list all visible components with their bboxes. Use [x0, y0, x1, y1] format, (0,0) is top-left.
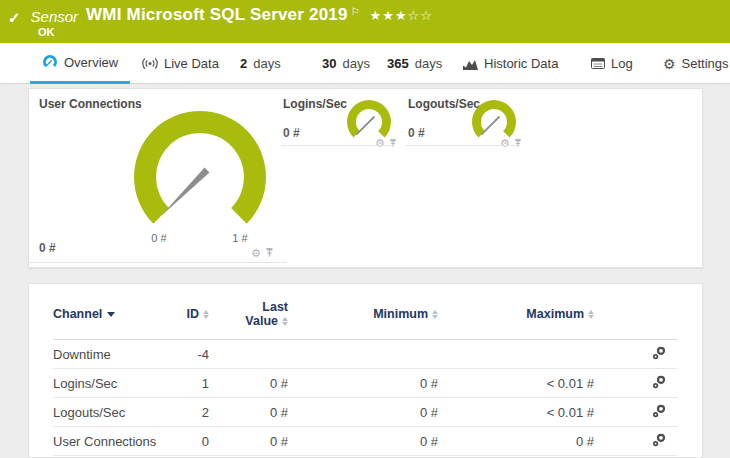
- channel-maximum: 0 #: [438, 434, 594, 449]
- sort-desc-icon: [107, 312, 115, 317]
- column-header-minimum[interactable]: Minimum: [288, 307, 438, 321]
- channel-minimum: 0 #: [288, 434, 438, 449]
- tab-log[interactable]: Log: [591, 43, 633, 84]
- channel-settings-icon[interactable]: [652, 404, 666, 421]
- tab-label: Historic Data: [484, 56, 558, 71]
- channel-settings-icon[interactable]: [652, 433, 666, 450]
- gauge-scale-max: 1 #: [225, 232, 255, 244]
- channel-last-value: 0 #: [209, 434, 288, 449]
- divider: [406, 145, 520, 146]
- tab-label: Log: [611, 56, 633, 71]
- area-chart-icon: [463, 58, 478, 70]
- tab-2-days[interactable]: 2 days: [240, 43, 281, 84]
- divider: [281, 145, 395, 146]
- column-header-last-value[interactable]: LastValue: [209, 300, 288, 328]
- channel-id: -4: [163, 347, 209, 362]
- gauge-arc: [134, 111, 266, 224]
- gauge-current-value: 0 #: [283, 126, 300, 140]
- channel-id: 2: [163, 405, 209, 420]
- tab-label: days: [253, 56, 280, 71]
- pin-icon[interactable]: [265, 244, 274, 262]
- channel-settings-icon[interactable]: [652, 375, 666, 392]
- pin-icon[interactable]: [514, 134, 522, 152]
- status-check-icon: ✓: [8, 5, 21, 27]
- channel-name: Logouts/Sec: [53, 405, 163, 420]
- gauge-needle: [356, 117, 374, 135]
- tab-30-days[interactable]: 30 days: [322, 43, 370, 84]
- gauge-needle: [160, 168, 209, 217]
- channel-settings-icon[interactable]: [652, 346, 666, 363]
- gauge-title: Logins/Sec: [283, 97, 347, 111]
- tab-number: 30: [322, 56, 336, 71]
- tab-label: Live Data: [164, 56, 219, 71]
- tab-bar: Overview Live Data 2 days 30 days 365 da…: [0, 43, 730, 84]
- channel-id: 1: [163, 376, 209, 391]
- sensor-header: ✓ Sensor WMI Microsoft SQL Server 2019 ⚐…: [0, 0, 730, 43]
- channel-id: 0: [163, 434, 209, 449]
- tab-label: days: [342, 56, 369, 71]
- stars-filled: ★★★: [370, 8, 408, 23]
- gauge-settings-icon[interactable]: ⚙: [500, 138, 510, 148]
- header-label: Maximum: [526, 307, 584, 321]
- channel-last-value: 0 #: [209, 376, 288, 391]
- column-header-maximum[interactable]: Maximum: [438, 307, 594, 321]
- tab-label: Overview: [64, 55, 118, 70]
- gauges-panel: User Connections 0 # 1 # 0 # ⚙ Logins/Se…: [28, 88, 703, 268]
- gauge-icon: [42, 54, 58, 70]
- channels-table: Channel ID LastValue Minimum Maximum Dow…: [28, 283, 703, 458]
- stars-empty: ☆☆: [408, 8, 433, 23]
- sensor-kind-label: Sensor: [31, 5, 79, 25]
- channel-minimum: 0 #: [288, 405, 438, 420]
- column-header-id[interactable]: ID: [163, 307, 209, 321]
- gauge-logins-sec: Logins/Sec 0 # ⚙: [281, 89, 395, 146]
- tab-live-data[interactable]: Live Data: [142, 43, 219, 84]
- table-row[interactable]: Logins/Sec 1 0 # 0 # < 0.01 #: [53, 369, 678, 398]
- broadcast-icon: [142, 57, 158, 70]
- tab-settings[interactable]: ⚙ Settings: [663, 43, 729, 84]
- sensor-title-row: ✓ Sensor WMI Microsoft SQL Server 2019 ⚐…: [8, 5, 433, 27]
- gauge-user-connections: User Connections 0 # 1 # 0 # ⚙: [39, 89, 297, 263]
- channel-minimum: 0 #: [288, 376, 438, 391]
- gauge-needle: [481, 117, 499, 135]
- channel-maximum: < 0.01 #: [438, 376, 594, 391]
- table-row[interactable]: Downtime -4: [53, 340, 678, 369]
- header-label: Minimum: [373, 307, 428, 321]
- table-header-row: Channel ID LastValue Minimum Maximum: [53, 288, 678, 340]
- pin-icon[interactable]: [389, 134, 397, 152]
- channel-name: Logins/Sec: [53, 376, 163, 391]
- column-header-channel[interactable]: Channel: [53, 307, 163, 321]
- channel-last-value: 0 #: [209, 405, 288, 420]
- channel-name: User Connections: [53, 434, 163, 449]
- gauge-dial: [122, 109, 278, 245]
- gauge-settings-icon[interactable]: ⚙: [251, 248, 261, 258]
- table-row[interactable]: User Connections 0 0 # 0 # 0 #: [53, 427, 678, 456]
- gauge-current-value: 0 #: [39, 241, 56, 255]
- gauge-current-value: 0 #: [408, 126, 425, 140]
- gauge-settings-icon[interactable]: ⚙: [375, 138, 385, 148]
- gauge-arc: [347, 100, 391, 138]
- channel-maximum: < 0.01 #: [438, 405, 594, 420]
- tab-number: 2: [240, 56, 247, 71]
- sort-icon: [588, 310, 594, 319]
- tab-label: days: [415, 56, 442, 71]
- tab-number: 365: [387, 56, 409, 71]
- tab-historic-data[interactable]: Historic Data: [463, 43, 558, 84]
- tab-overview[interactable]: Overview: [30, 43, 130, 84]
- header-label: ID: [187, 307, 200, 321]
- tab-label: Settings: [682, 56, 729, 71]
- header-label: Channel: [53, 307, 102, 321]
- sensor-title: WMI Microsoft SQL Server 2019: [86, 5, 348, 25]
- divider: [29, 262, 287, 263]
- log-list-icon: [591, 58, 605, 69]
- header-label: Last: [262, 300, 288, 314]
- sensor-status-badge: OK: [38, 26, 55, 38]
- channel-name: Downtime: [53, 347, 163, 362]
- gauge-scale-min: 0 #: [144, 232, 174, 244]
- tab-365-days[interactable]: 365 days: [387, 43, 442, 84]
- gauge-logouts-sec: Logouts/Sec 0 # ⚙: [406, 89, 520, 146]
- gauge-arc: [472, 100, 516, 138]
- gear-icon: ⚙: [663, 56, 676, 72]
- table-row[interactable]: Logouts/Sec 2 0 # 0 # < 0.01 #: [53, 398, 678, 427]
- flag-icon[interactable]: ⚐: [351, 5, 360, 17]
- priority-stars[interactable]: ★★★☆☆: [370, 5, 433, 23]
